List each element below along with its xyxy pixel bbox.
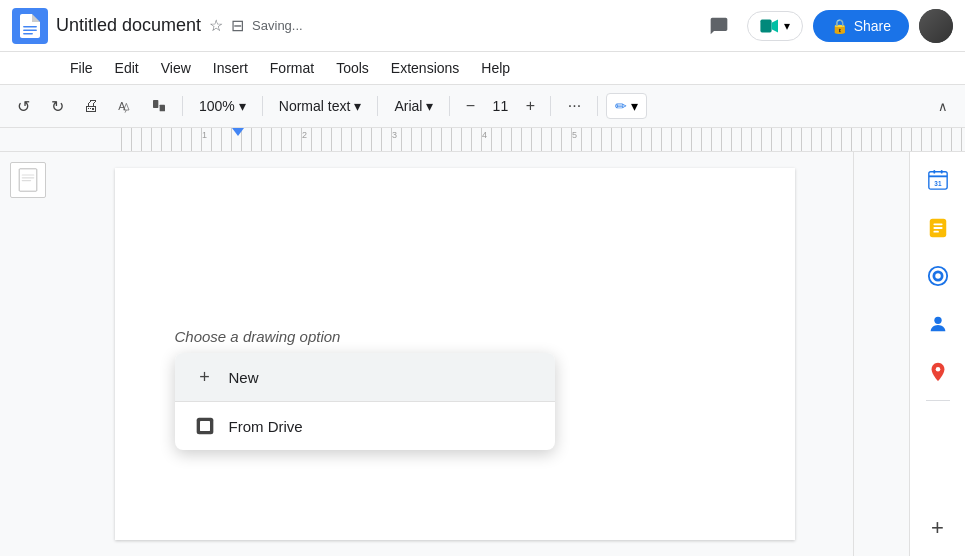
maps-app-button[interactable] [918, 352, 958, 392]
text-style-label: Normal text [279, 98, 351, 114]
docs-logo [12, 8, 48, 44]
drive-icon [193, 414, 217, 438]
svg-rect-2 [23, 33, 33, 35]
zoom-value: 100% [199, 98, 235, 114]
popup-item-drive[interactable]: From Drive [175, 402, 555, 450]
ruler-mark-4: 4 [482, 130, 487, 140]
saving-status: Saving... [252, 18, 303, 33]
toolbar: ↺ ↻ 🖨 A 100% ▾ Normal text ▾ Arial ▾ − +… [0, 84, 965, 128]
toolbar-divider-4 [449, 96, 450, 116]
increase-font-button[interactable]: + [518, 94, 542, 118]
tasks-app-button[interactable] [918, 256, 958, 296]
toolbar-divider-3 [377, 96, 378, 116]
svg-rect-10 [22, 177, 35, 178]
right-panel [853, 152, 909, 556]
keep-app-button[interactable] [918, 208, 958, 248]
star-icon[interactable]: ☆ [209, 16, 223, 35]
apps-divider [926, 400, 950, 401]
svg-rect-11 [22, 180, 32, 181]
svg-rect-16 [933, 170, 935, 174]
folder-icon[interactable]: ⊟ [231, 16, 244, 35]
comment-button[interactable] [701, 8, 737, 44]
undo-button[interactable]: ↺ [8, 91, 38, 121]
apps-sidebar: 31 [909, 152, 965, 556]
drawing-option-popup: Choose a drawing option + New [175, 328, 735, 450]
popup-menu: + New [175, 353, 555, 450]
svg-rect-6 [153, 100, 158, 108]
menu-view[interactable]: View [151, 56, 201, 80]
ruler-mark-5: 5 [572, 130, 577, 140]
svg-point-28 [935, 367, 940, 372]
svg-rect-1 [23, 29, 37, 31]
menu-file[interactable]: File [60, 56, 103, 80]
add-app-button[interactable]: + [918, 508, 958, 548]
header: Untitled document ☆ ⊟ Saving... ▾ 🔒 Shar… [0, 0, 965, 52]
svg-rect-7 [160, 105, 165, 112]
menu-edit[interactable]: Edit [105, 56, 149, 80]
ruler-mark-1: 1 [202, 130, 207, 140]
title-group: Untitled document ☆ ⊟ Saving... [56, 15, 693, 36]
menu-help[interactable]: Help [471, 56, 520, 80]
svg-rect-17 [940, 170, 942, 174]
popup-item-new[interactable]: + New [175, 353, 555, 401]
svg-point-26 [935, 273, 941, 279]
meet-chevron: ▾ [784, 19, 790, 33]
contacts-app-button[interactable] [918, 304, 958, 344]
svg-rect-14 [200, 421, 210, 431]
svg-rect-23 [933, 231, 939, 233]
toolbar-divider-5 [550, 96, 551, 116]
menu-insert[interactable]: Insert [203, 56, 258, 80]
header-actions: ▾ 🔒 Share [701, 8, 953, 44]
popup-title: Choose a drawing option [175, 328, 735, 345]
redo-button[interactable]: ↻ [42, 91, 72, 121]
left-panel [0, 152, 56, 556]
popup-item-new-label: New [229, 369, 259, 386]
toolbar-divider-1 [182, 96, 183, 116]
popup-item-drive-label: From Drive [229, 418, 303, 435]
arrow-indicator [535, 353, 555, 388]
share-label: Share [854, 18, 891, 34]
font-size-controls: − + [458, 94, 542, 118]
ruler: 1 2 3 4 5 [0, 128, 965, 152]
text-style-dropdown[interactable]: Normal text ▾ [271, 94, 370, 118]
font-size-input[interactable] [484, 98, 516, 114]
doc-title[interactable]: Untitled document [56, 15, 201, 36]
share-button[interactable]: 🔒 Share [813, 10, 909, 42]
svg-rect-22 [933, 227, 942, 229]
svg-rect-3 [760, 19, 771, 32]
zoom-dropdown[interactable]: 100% ▾ [191, 94, 254, 118]
print-button[interactable]: 🖨 [76, 91, 106, 121]
ruler-bar: 1 2 3 4 5 [112, 128, 965, 151]
edit-chevron-icon: ▾ [631, 98, 638, 114]
spell-check-button[interactable]: A [110, 91, 140, 121]
new-icon: + [193, 365, 217, 389]
ruler-mark-2: 2 [302, 130, 307, 140]
font-family-dropdown[interactable]: Arial ▾ [386, 94, 441, 118]
menu-extensions[interactable]: Extensions [381, 56, 469, 80]
menu-format[interactable]: Format [260, 56, 324, 80]
document-page[interactable]: Choose a drawing option + New [115, 168, 795, 540]
zoom-chevron-icon: ▾ [239, 98, 246, 114]
more-options-button[interactable]: ··· [559, 91, 589, 121]
svg-rect-21 [933, 223, 942, 225]
meet-button[interactable]: ▾ [747, 11, 803, 41]
doc-area[interactable]: Choose a drawing option + New [56, 152, 853, 556]
page-thumbnail[interactable] [10, 162, 46, 198]
pencil-icon: ✏ [615, 98, 627, 114]
menu-tools[interactable]: Tools [326, 56, 379, 80]
svg-point-27 [934, 317, 941, 324]
svg-rect-0 [23, 26, 37, 28]
decrease-font-button[interactable]: − [458, 94, 482, 118]
menubar: File Edit View Insert Format Tools Exten… [0, 52, 965, 84]
ruler-mark-3: 3 [392, 130, 397, 140]
main-area: Choose a drawing option + New [0, 152, 965, 556]
font-chevron-icon: ▾ [426, 98, 433, 114]
edit-mode-button[interactable]: ✏ ▾ [606, 93, 647, 119]
text-style-chevron-icon: ▾ [354, 98, 361, 114]
user-avatar[interactable] [919, 9, 953, 43]
svg-marker-4 [771, 19, 777, 32]
paint-format-button[interactable] [144, 91, 174, 121]
calendar-app-button[interactable]: 31 [918, 160, 958, 200]
collapse-toolbar-button[interactable]: ∧ [929, 92, 957, 120]
font-family-label: Arial [394, 98, 422, 114]
